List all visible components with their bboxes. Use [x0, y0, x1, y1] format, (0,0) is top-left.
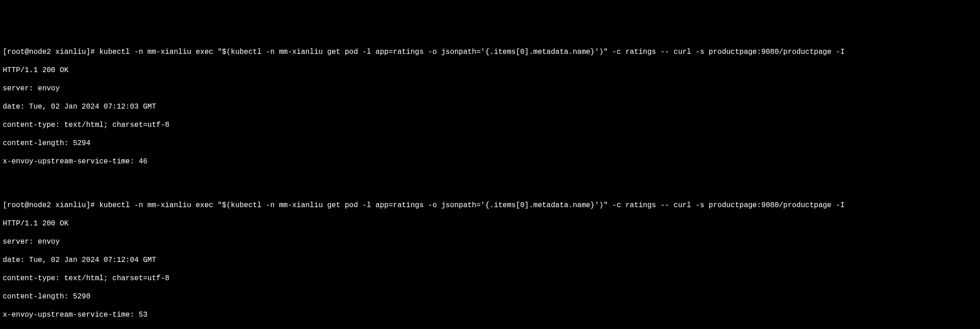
http-header-line: content-length: 5290: [3, 292, 977, 301]
http-header-line: x-envoy-upstream-service-time: 46: [3, 157, 977, 166]
terminal-block-2: [root@node2 xianliu]# kubectl -n mm-xian…: [3, 192, 977, 329]
http-header-line: date: Tue, 02 Jan 2024 07:12:04 GMT: [3, 256, 977, 265]
shell-prompt[interactable]: [root@node2 xianliu]# kubectl -n mm-xian…: [3, 201, 977, 210]
http-header-line: content-type: text/html; charset=utf-8: [3, 274, 977, 283]
http-header-line: server: envoy: [3, 237, 977, 246]
http-status-line: HTTP/1.1 200 OK: [3, 219, 977, 228]
http-header-line: date: Tue, 02 Jan 2024 07:12:03 GMT: [3, 102, 977, 111]
http-status-line: HTTP/1.1 200 OK: [3, 66, 977, 75]
terminal-block-1: [root@node2 xianliu]# kubectl -n mm-xian…: [3, 38, 977, 175]
http-header-line: x-envoy-upstream-service-time: 53: [3, 310, 977, 319]
http-header-line: server: envoy: [3, 84, 977, 93]
shell-prompt[interactable]: [root@node2 xianliu]# kubectl -n mm-xian…: [3, 47, 977, 57]
http-header-line: content-type: text/html; charset=utf-8: [3, 120, 977, 130]
http-header-line: content-length: 5294: [3, 139, 977, 148]
